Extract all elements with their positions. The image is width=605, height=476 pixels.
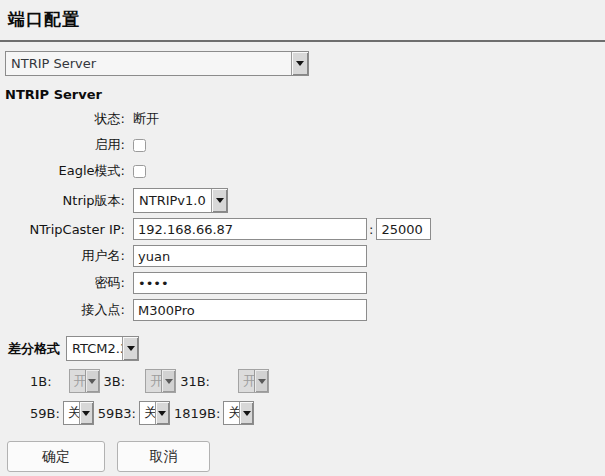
toggle-1819b-select[interactable]: 关 <box>223 401 254 425</box>
toggle-59b3-value: 关 <box>140 402 155 424</box>
enable-row: 启用: <box>0 136 605 154</box>
ntrip-server-form: 状态: 断开 启用: Eagle模式: Ntrip版本: NTRIPv1.0 N… <box>0 110 605 321</box>
chevron-down-icon <box>88 379 96 384</box>
diff-format-row: 差分格式 RTCM2.3 <box>8 336 605 361</box>
ntrip-version-selected-value: NTRIPv1.0 <box>134 189 211 212</box>
username-row: 用户名: <box>0 245 605 267</box>
toggle-59b-label: 59B: <box>30 406 60 421</box>
message-toggle-row-1: 1B: 开 3B: 开 31B: 开 <box>30 369 605 393</box>
diff-format-selected-value: RTCM2.3 <box>67 337 122 360</box>
ntrip-version-dropdown-button[interactable] <box>211 189 227 212</box>
ok-button[interactable]: 确定 <box>7 441 105 472</box>
mountpoint-row: 接入点: <box>0 299 605 321</box>
toggle-3b-value: 开 <box>146 370 161 392</box>
action-button-row: 确定 取消 <box>7 441 605 472</box>
toggle-31b-dropdown-button <box>254 370 268 392</box>
chevron-down-icon <box>127 346 135 351</box>
ntrip-version-select[interactable]: NTRIPv1.0 <box>133 188 228 213</box>
status-value: 断开 <box>133 110 159 128</box>
chevron-down-icon <box>258 379 266 384</box>
chevron-down-icon <box>243 411 251 416</box>
toggle-31b-value: 开 <box>239 370 254 392</box>
section-heading: NTRIP Server <box>5 87 605 102</box>
toggle-31b-select: 开 <box>238 369 269 393</box>
toggle-1b-select: 开 <box>69 369 100 393</box>
message-toggle-row-2: 59B: 关 59B3: 关 1819B: 关 <box>30 401 605 425</box>
toggle-1b-label: 1B: <box>30 374 52 389</box>
toggle-3b-dropdown-button <box>161 370 175 392</box>
toggle-3b-label: 3B: <box>104 374 126 389</box>
toggle-59b-select[interactable]: 关 <box>63 401 94 425</box>
toggle-59b3-dropdown-button[interactable] <box>155 402 169 424</box>
chevron-down-icon <box>158 411 166 416</box>
mountpoint-input[interactable] <box>133 299 367 321</box>
username-input[interactable] <box>133 245 367 267</box>
caster-ip-label: NTripCaster IP: <box>0 222 125 237</box>
toggle-1819b-value: 关 <box>224 402 239 424</box>
diff-format-label: 差分格式 <box>8 340 60 358</box>
port-type-selected-value: NTRIP Server <box>6 52 291 75</box>
enable-label: 启用: <box>0 136 125 154</box>
toggle-1819b-label: 1819B: <box>174 406 220 421</box>
chevron-down-icon <box>165 379 173 384</box>
caster-ip-input[interactable] <box>133 218 367 240</box>
eagle-mode-checkbox[interactable] <box>133 165 146 178</box>
username-label: 用户名: <box>0 247 125 265</box>
password-row: 密码: <box>0 272 605 294</box>
password-label: 密码: <box>0 274 125 292</box>
toggle-1b-dropdown-button <box>85 370 99 392</box>
toggle-59b3-select[interactable]: 关 <box>139 401 170 425</box>
eagle-mode-row: Eagle模式: <box>0 162 605 180</box>
status-label: 状态: <box>0 110 125 128</box>
diff-format-select[interactable]: RTCM2.3 <box>66 336 139 361</box>
toggle-59b-value: 关 <box>64 402 79 424</box>
toggle-1b-value: 开 <box>70 370 85 392</box>
port-type-select[interactable]: NTRIP Server <box>5 51 309 76</box>
chevron-down-icon <box>82 411 90 416</box>
chevron-down-icon <box>216 198 224 203</box>
toggle-31b-label: 31B: <box>180 374 210 389</box>
page-title: 端口配置 <box>8 8 605 30</box>
ntrip-version-row: Ntrip版本: NTRIPv1.0 <box>0 188 605 213</box>
toggle-59b-dropdown-button[interactable] <box>79 402 93 424</box>
caster-port-input[interactable] <box>376 218 431 240</box>
password-input[interactable] <box>133 272 367 294</box>
enable-checkbox[interactable] <box>133 139 146 152</box>
title-divider <box>0 40 605 42</box>
diff-format-dropdown-button[interactable] <box>122 337 138 360</box>
toggle-59b3-label: 59B3: <box>98 406 136 421</box>
toggle-1819b-dropdown-button[interactable] <box>239 402 253 424</box>
caster-ip-row: NTripCaster IP: : <box>0 218 605 240</box>
ntrip-version-label: Ntrip版本: <box>0 192 125 210</box>
status-row: 状态: 断开 <box>0 110 605 128</box>
toggle-3b-select: 开 <box>145 369 176 393</box>
eagle-mode-label: Eagle模式: <box>0 162 125 180</box>
port-type-dropdown-button[interactable] <box>291 52 308 75</box>
mountpoint-label: 接入点: <box>0 301 125 319</box>
ip-port-separator: : <box>369 222 373 237</box>
chevron-down-icon <box>296 61 304 66</box>
cancel-button[interactable]: 取消 <box>117 441 210 472</box>
